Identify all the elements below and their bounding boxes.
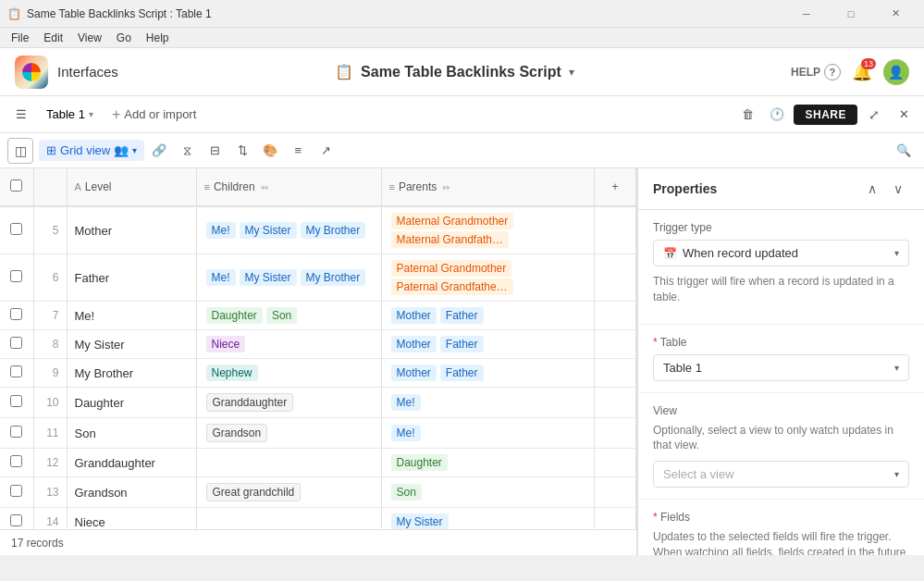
title-dropdown-icon[interactable]: ▾ <box>569 66 574 79</box>
expand-button[interactable]: ⤢ <box>861 102 887 128</box>
linked-record-tag[interactable]: Me! <box>206 269 236 286</box>
row-height-button[interactable]: ≡ <box>285 138 311 164</box>
parents-cell[interactable]: Me! <box>381 418 595 449</box>
linked-record-tag[interactable]: Paternal Grandfathe… <box>391 278 513 295</box>
level-cell[interactable]: Grandson <box>67 477 196 508</box>
linked-record-tag[interactable]: Maternal Grandfath… <box>391 231 509 248</box>
parents-cell[interactable]: MotherFather <box>381 330 595 359</box>
children-cell[interactable]: Granddaughter <box>196 388 381 418</box>
close-button[interactable]: ✕ <box>874 0 917 28</box>
menu-file[interactable]: File <box>4 30 36 46</box>
maximize-button[interactable]: □ <box>830 0 872 28</box>
table-select[interactable]: Table 1 ▾ <box>653 354 909 381</box>
linked-record-tag[interactable]: Grandson <box>206 424 268 442</box>
level-cell[interactable]: Me! <box>67 302 196 330</box>
linked-record-tag[interactable]: Father <box>440 307 484 324</box>
sort-button[interactable]: ⇅ <box>229 138 255 164</box>
linked-record-tag[interactable]: My Sister <box>240 269 297 286</box>
linked-record-tag[interactable]: Daughter <box>206 307 263 324</box>
add-column-button[interactable]: + <box>602 174 628 200</box>
link-button[interactable]: 🔗 <box>146 138 172 164</box>
toolbar-close-button[interactable]: ✕ <box>891 102 917 128</box>
linked-record-tag[interactable]: My Sister <box>391 513 449 529</box>
add-import-button[interactable]: + Add or import <box>105 103 203 127</box>
row-checkbox[interactable] <box>10 270 22 282</box>
app-logo[interactable] <box>15 56 48 89</box>
children-cell[interactable] <box>196 508 381 530</box>
help-button[interactable]: HELP ? <box>791 64 841 80</box>
select-all-header[interactable] <box>0 168 33 206</box>
level-cell[interactable]: Mother <box>67 206 196 254</box>
children-cell[interactable]: Niece <box>196 330 381 359</box>
delete-button[interactable]: 🗑 <box>734 102 760 128</box>
parents-cell[interactable]: Me! <box>381 388 595 418</box>
linked-record-tag[interactable]: Son <box>391 484 422 501</box>
row-checkbox[interactable] <box>10 514 22 526</box>
children-cell[interactable]: Great grandchild <box>196 477 381 508</box>
row-checkbox[interactable] <box>10 455 22 467</box>
sidebar-toggle-button[interactable]: ☰ <box>7 101 35 129</box>
level-cell[interactable]: Son <box>67 418 196 449</box>
toggle-sidebar-button[interactable]: ◫ <box>7 138 33 164</box>
parents-cell[interactable]: Paternal GrandmotherPaternal Grandfathe… <box>381 254 595 302</box>
level-cell[interactable]: Granddaughter <box>67 449 196 477</box>
level-cell[interactable]: Niece <box>67 508 196 530</box>
row-checkbox[interactable] <box>10 395 22 407</box>
parents-cell[interactable]: Maternal GrandmotherMaternal Grandfath… <box>381 206 595 254</box>
linked-record-tag[interactable]: My Brother <box>301 269 366 286</box>
grid-view-button[interactable]: ⊞ Grid view 👥 ▾ <box>39 140 144 161</box>
children-column-header[interactable]: ≡ Children ⇔ <box>196 168 381 206</box>
fields-button[interactable]: ⊟ <box>202 138 228 164</box>
share-view-button[interactable]: ↗ <box>313 138 339 164</box>
linked-record-tag[interactable]: Mother <box>391 307 437 324</box>
linked-record-tag[interactable]: Father <box>440 365 484 381</box>
children-cell[interactable]: Nephew <box>196 359 381 388</box>
level-column-header[interactable]: A Level <box>67 168 196 206</box>
history-button[interactable]: 🕐 <box>764 102 790 128</box>
view-select[interactable]: Select a view ▾ <box>653 461 909 488</box>
share-button[interactable]: SHARE <box>794 105 857 125</box>
table-selector[interactable]: Table 1 ▾ <box>39 104 101 125</box>
panel-up-button[interactable]: ∧ <box>861 178 883 200</box>
children-cell[interactable]: Grandson <box>196 418 381 449</box>
row-checkbox[interactable] <box>10 223 22 235</box>
linked-record-tag[interactable]: Son <box>266 307 297 324</box>
menu-go[interactable]: Go <box>109 30 139 46</box>
level-cell[interactable]: My Brother <box>67 359 196 388</box>
row-checkbox[interactable] <box>10 365 22 377</box>
linked-record-tag[interactable]: Great grandchild <box>206 483 302 501</box>
linked-record-tag[interactable]: Mother <box>391 365 437 381</box>
linked-record-tag[interactable]: Daughter <box>391 454 448 471</box>
linked-record-tag[interactable]: Mother <box>391 336 437 352</box>
grid-container[interactable]: A Level ≡ Children ⇔ <box>0 168 636 529</box>
row-checkbox[interactable] <box>10 485 22 497</box>
linked-record-tag[interactable]: Me! <box>391 394 421 411</box>
color-button[interactable]: 🎨 <box>257 138 283 164</box>
row-checkbox[interactable] <box>10 426 22 438</box>
children-cell[interactable] <box>196 449 381 477</box>
parents-cell[interactable]: Daughter <box>381 449 595 477</box>
level-cell[interactable]: My Sister <box>67 330 196 359</box>
linked-record-tag[interactable]: Maternal Grandmother <box>391 213 514 229</box>
menu-view[interactable]: View <box>70 30 109 46</box>
menu-help[interactable]: Help <box>139 30 177 46</box>
notifications-button[interactable]: 🔔 13 <box>852 62 872 82</box>
row-checkbox[interactable] <box>10 308 22 320</box>
level-cell[interactable]: Father <box>67 254 196 302</box>
level-cell[interactable]: Daughter <box>67 388 196 418</box>
trigger-type-select[interactable]: 📅 When record updated ▾ <box>653 240 909 266</box>
children-cell[interactable]: DaughterSon <box>196 302 381 330</box>
linked-record-tag[interactable]: Me! <box>391 425 421 441</box>
parents-cell[interactable]: MotherFather <box>381 359 595 388</box>
linked-record-tag[interactable]: My Brother <box>301 222 366 239</box>
linked-record-tag[interactable]: Father <box>440 336 484 352</box>
select-all-checkbox[interactable] <box>10 179 22 192</box>
panel-down-button[interactable]: ∨ <box>887 178 909 200</box>
linked-record-tag[interactable]: Nephew <box>206 365 258 381</box>
children-cell[interactable]: Me!My SisterMy Brother <box>196 206 381 254</box>
add-column-header[interactable]: + <box>595 168 636 206</box>
linked-record-tag[interactable]: My Sister <box>240 222 297 239</box>
parents-cell[interactable]: My Sister <box>381 508 595 530</box>
filter-button[interactable]: ⧖ <box>174 138 200 164</box>
row-checkbox[interactable] <box>10 337 22 349</box>
